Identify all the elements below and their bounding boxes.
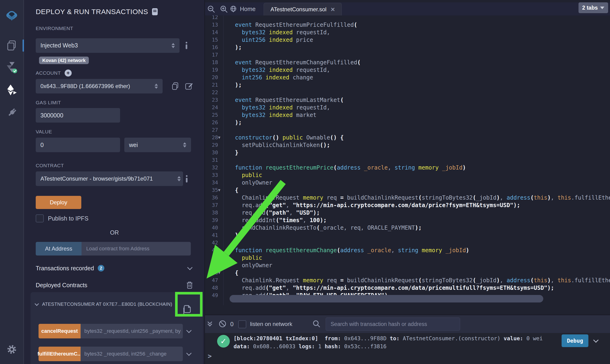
copy-account-icon[interactable] bbox=[172, 82, 179, 91]
line-number-gutter: 1213141516171819202122232425262728▼29303… bbox=[205, 15, 223, 299]
transactions-chevron-icon[interactable] bbox=[187, 265, 193, 270]
or-divider: OR bbox=[36, 228, 193, 237]
code-content[interactable]: event RequestEthereumPriceFulfilled( byt… bbox=[235, 15, 610, 299]
fulfill-ethereum-params-input[interactable]: bytes32 _requestId, int256 _change bbox=[80, 347, 183, 361]
search-icon bbox=[313, 320, 320, 328]
deployed-contract-header[interactable]: ATESTNETCONSUMER AT 0X7E7...E80D1 (BLOCK… bbox=[35, 301, 176, 307]
deploy-run-panel: DEPLOY & RUN TRANSACTIONS ENVIRONMENT In… bbox=[24, 0, 204, 364]
gutter-divider bbox=[223, 15, 224, 305]
terminal-search-input[interactable] bbox=[326, 317, 460, 331]
contract-info-icon[interactable] bbox=[186, 175, 187, 182]
contract-label: CONTRACT bbox=[36, 163, 193, 169]
edit-account-icon[interactable] bbox=[185, 82, 193, 90]
zoom-out-icon[interactable] bbox=[207, 5, 215, 13]
fulfill-ethereum-expand-chevron-icon[interactable] bbox=[186, 351, 192, 356]
solidity-compiler-icon[interactable] bbox=[0, 62, 24, 73]
horizontal-scrollbar[interactable] bbox=[230, 295, 543, 302]
value-label: VALUE bbox=[36, 129, 193, 135]
value-unit-select[interactable]: wei bbox=[124, 138, 191, 152]
select-arrows-icon bbox=[183, 142, 186, 147]
code-area[interactable]: 1213141516171819202122232425262728▼29303… bbox=[205, 15, 610, 305]
transaction-log-line2: data: 0x608...60033 logs: 1 hash: 0x53c.… bbox=[234, 342, 546, 350]
transactions-count-badge: 2 bbox=[98, 265, 104, 272]
editor-region: Home ATestnetConsumer.sol × 2 tabs 12131… bbox=[204, 0, 610, 364]
environment-label: ENVIRONMENT bbox=[36, 25, 193, 31]
chevron-down-icon bbox=[600, 7, 604, 9]
transactions-recorded-label: Transactions recorded bbox=[36, 265, 94, 272]
listen-network-checkbox[interactable] bbox=[238, 320, 246, 328]
deployed-contracts-label: Deployed Contracts bbox=[36, 282, 87, 289]
settings-gear-icon[interactable] bbox=[0, 344, 24, 355]
cancel-request-button[interactable]: cancelRequest bbox=[39, 324, 80, 338]
terminal-toolbar: 0 listen on network bbox=[205, 315, 610, 333]
remix-ide-window: DEPLOY & RUN TRANSACTIONS ENVIRONMENT In… bbox=[0, 0, 610, 364]
deployed-contract-card: ATESTNETCONSUMER AT 0X7E7...E80D1 (BLOCK… bbox=[30, 292, 203, 364]
value-input[interactable] bbox=[36, 138, 120, 152]
remix-logo-icon bbox=[0, 9, 24, 23]
clear-contracts-trash-icon[interactable] bbox=[186, 281, 193, 289]
zoom-in-icon[interactable] bbox=[220, 5, 228, 13]
terminal-prompt[interactable]: > bbox=[208, 352, 212, 360]
transaction-log-line1: [block:20780401 txIndex:0] from: 0x643..… bbox=[234, 334, 546, 342]
contract-select[interactable]: ATestnetConsumer - browser/gists/9b71e07… bbox=[36, 171, 183, 186]
account-select[interactable]: 0x643...9F88D (1.666673996 ether) bbox=[36, 79, 163, 93]
deploy-button[interactable]: Deploy bbox=[36, 196, 81, 209]
docs-icon[interactable] bbox=[152, 8, 158, 15]
active-plugin-indicator bbox=[23, 39, 24, 52]
environment-info-icon[interactable] bbox=[186, 42, 187, 49]
tab-atestnetconsumer[interactable]: ATestnetConsumer.sol × bbox=[264, 3, 342, 15]
file-explorer-icon[interactable] bbox=[0, 40, 24, 51]
at-address-input[interactable] bbox=[81, 242, 191, 256]
account-label: ACCOUNT bbox=[36, 70, 61, 76]
at-address-button[interactable]: At Address bbox=[36, 242, 81, 256]
network-badge: Kovan (42) network bbox=[39, 58, 89, 63]
gas-limit-label: GAS LIMIT bbox=[36, 100, 193, 106]
environment-select[interactable]: Injected Web3 bbox=[36, 38, 180, 53]
deploy-run-icon[interactable] bbox=[0, 84, 24, 96]
terminal-body[interactable]: ✓ [block:20780401 txIndex:0] from: 0x643… bbox=[205, 333, 610, 364]
icon-sidebar bbox=[0, 0, 24, 364]
expand-log-chevron-icon[interactable] bbox=[593, 338, 599, 343]
select-arrows-icon bbox=[155, 84, 158, 89]
select-arrows-icon bbox=[177, 176, 181, 181]
home-globe-icon bbox=[230, 5, 237, 13]
pending-count: 0 bbox=[230, 321, 234, 328]
tx-success-check-icon: ✓ bbox=[217, 335, 230, 348]
transaction-log[interactable]: [block:20780401 txIndex:0] from: 0x643..… bbox=[234, 334, 546, 350]
publish-ipfs-checkbox[interactable] bbox=[36, 214, 44, 222]
cancel-request-params-input[interactable]: bytes32 _requestId, uint256 _payment, by bbox=[80, 324, 183, 338]
contract-expand-chevron-icon[interactable] bbox=[35, 301, 39, 306]
cancel-request-expand-chevron-icon[interactable] bbox=[186, 328, 192, 333]
debug-button[interactable]: Debug bbox=[562, 334, 588, 347]
clear-console-ban-icon[interactable] bbox=[219, 320, 226, 328]
panel-header: DEPLOY & RUN TRANSACTIONS bbox=[36, 7, 193, 17]
add-account-icon[interactable]: + bbox=[65, 69, 72, 77]
plugin-manager-icon[interactable] bbox=[0, 107, 24, 118]
publish-ipfs-label: Publish to IPFS bbox=[48, 215, 88, 222]
fulfill-ethereum-button[interactable]: fulfillEthereumC... bbox=[39, 347, 80, 361]
close-tab-icon[interactable]: × bbox=[331, 6, 335, 13]
expand-terminal-double-chevron-icon[interactable] bbox=[208, 320, 212, 326]
page-title: DEPLOY & RUN TRANSACTIONS bbox=[36, 8, 148, 16]
listen-network-label: listen on network bbox=[250, 321, 292, 327]
gas-limit-input[interactable] bbox=[36, 108, 120, 123]
editor-tabbar: Home ATestnetConsumer.sol × 2 tabs bbox=[205, 2, 610, 15]
select-arrows-icon bbox=[172, 43, 175, 48]
tabs-count-dropdown[interactable]: 2 tabs bbox=[579, 2, 608, 13]
deployed-contract-title: ATESTNETCONSUMER AT 0X7E7...E80D1 (BLOCK… bbox=[42, 301, 172, 307]
copy-contract-address-icon[interactable] bbox=[182, 304, 192, 316]
tab-home[interactable]: Home bbox=[230, 2, 256, 15]
